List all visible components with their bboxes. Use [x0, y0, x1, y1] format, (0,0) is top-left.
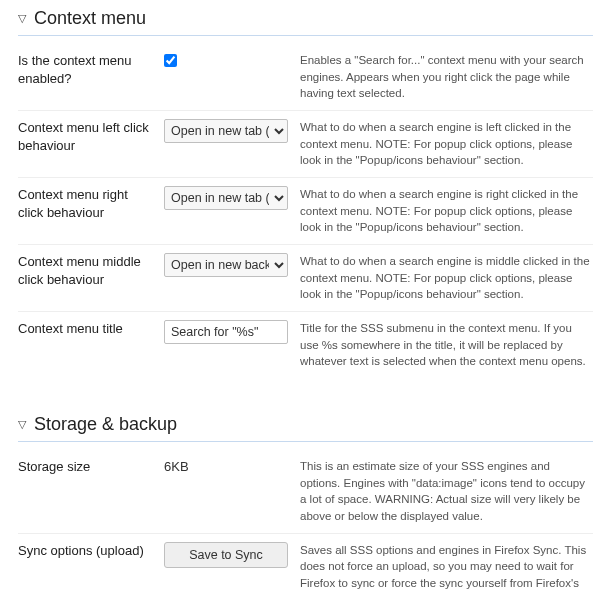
row-left-click: Context menu left click behaviour Open i… — [18, 111, 593, 178]
row-label: Storage size — [18, 458, 152, 476]
row-context-enabled: Is the context menu enabled? Enables a "… — [18, 44, 593, 111]
section-header-storage[interactable]: ▽ Storage & backup — [18, 406, 593, 442]
row-description: What to do when a search engine is right… — [300, 186, 593, 236]
row-label: Context menu left click behaviour — [18, 119, 152, 154]
row-storage-size: Storage size 6KB This is an estimate siz… — [18, 450, 593, 534]
section-context-menu: ▽ Context menu Is the context menu enabl… — [18, 0, 593, 378]
row-description: Enables a "Search for..." context menu w… — [300, 52, 593, 102]
row-description: Saves all SSS options and engines in Fir… — [300, 542, 593, 595]
section-title: Storage & backup — [34, 414, 177, 435]
row-sync-upload: Sync options (upload) Save to Sync Saves… — [18, 534, 593, 595]
section-storage-backup: ▽ Storage & backup Storage size 6KB This… — [18, 406, 593, 595]
save-to-sync-button[interactable]: Save to Sync — [164, 542, 288, 568]
section-title: Context menu — [34, 8, 146, 29]
row-description: This is an estimate size of your SSS eng… — [300, 458, 593, 525]
row-label: Is the context menu enabled? — [18, 52, 152, 87]
middle-click-select[interactable]: Open in new background tab — [164, 253, 288, 277]
collapse-icon: ▽ — [18, 12, 26, 25]
row-label: Context menu middle click behaviour — [18, 253, 152, 288]
left-click-select[interactable]: Open in new tab (next to current tab) — [164, 119, 288, 143]
row-context-title: Context menu title Title for the SSS sub… — [18, 312, 593, 378]
collapse-icon: ▽ — [18, 418, 26, 431]
row-right-click: Context menu right click behaviour Open … — [18, 178, 593, 245]
right-click-select[interactable]: Open in new tab (next to current tab) — [164, 186, 288, 210]
row-label: Context menu right click behaviour — [18, 186, 152, 221]
context-enabled-checkbox[interactable] — [164, 54, 177, 67]
storage-size-value: 6KB — [164, 458, 189, 474]
section-header-context-menu[interactable]: ▽ Context menu — [18, 0, 593, 36]
context-title-input[interactable] — [164, 320, 288, 344]
row-description: What to do when a search engine is middl… — [300, 253, 593, 303]
row-description: Title for the SSS submenu in the context… — [300, 320, 593, 370]
row-description: What to do when a search engine is left … — [300, 119, 593, 169]
row-label: Sync options (upload) — [18, 542, 152, 560]
row-middle-click: Context menu middle click behaviour Open… — [18, 245, 593, 312]
row-label: Context menu title — [18, 320, 152, 338]
